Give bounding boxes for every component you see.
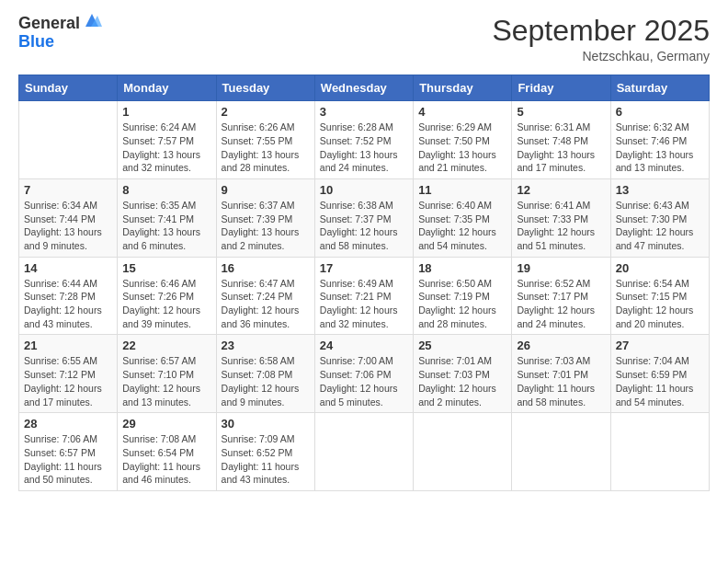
calendar-cell: 1Sunrise: 6:24 AMSunset: 7:57 PMDaylight…: [118, 101, 216, 179]
day-info: Sunrise: 6:57 AMSunset: 7:10 PMDaylight:…: [122, 354, 210, 408]
day-info: Sunrise: 6:47 AMSunset: 7:24 PMDaylight:…: [222, 277, 310, 331]
day-info: Sunrise: 6:29 AMSunset: 7:50 PMDaylight:…: [418, 121, 506, 175]
calendar-cell: 8Sunrise: 6:35 AMSunset: 7:41 PMDaylight…: [118, 178, 216, 257]
day-info: Sunrise: 6:24 AMSunset: 7:57 PMDaylight:…: [122, 121, 210, 175]
logo: General Blue: [18, 15, 102, 52]
calendar-cell: 5Sunrise: 6:31 AMSunset: 7:48 PMDaylight…: [512, 101, 610, 179]
logo-blue: Blue: [18, 33, 102, 52]
calendar-cell: 29Sunrise: 7:08 AMSunset: 6:54 PMDayligh…: [118, 413, 216, 491]
day-number: 29: [122, 417, 210, 431]
weekday-header: Wednesday: [314, 75, 413, 101]
calendar-cell: 11Sunrise: 6:40 AMSunset: 7:35 PMDayligh…: [414, 178, 512, 257]
day-info: Sunrise: 6:58 AMSunset: 7:08 PMDaylight:…: [222, 354, 310, 408]
calendar-cell: 3Sunrise: 6:28 AMSunset: 7:52 PMDaylight…: [314, 101, 413, 179]
calendar-cell: 13Sunrise: 6:43 AMSunset: 7:30 PMDayligh…: [610, 178, 709, 257]
calendar-cell: 7Sunrise: 6:34 AMSunset: 7:44 PMDaylight…: [19, 178, 118, 257]
day-number: 20: [616, 261, 704, 275]
calendar-cell: 25Sunrise: 7:01 AMSunset: 7:03 PMDayligh…: [414, 335, 512, 413]
day-info: Sunrise: 6:46 AMSunset: 7:26 PMDaylight:…: [122, 277, 210, 331]
calendar-cell: 9Sunrise: 6:37 AMSunset: 7:39 PMDaylight…: [216, 178, 314, 257]
day-number: 5: [517, 105, 605, 119]
calendar-cell: [512, 413, 610, 491]
month-title: September 2025: [492, 15, 710, 47]
weekday-header: Tuesday: [216, 75, 314, 101]
calendar-cell: 27Sunrise: 7:04 AMSunset: 6:59 PMDayligh…: [610, 335, 709, 413]
calendar-cell: 18Sunrise: 6:50 AMSunset: 7:19 PMDayligh…: [414, 257, 512, 335]
calendar-cell: 28Sunrise: 7:06 AMSunset: 6:57 PMDayligh…: [19, 413, 118, 491]
day-number: 6: [616, 105, 704, 119]
day-number: 12: [517, 183, 605, 197]
day-info: Sunrise: 7:00 AMSunset: 7:06 PMDaylight:…: [320, 354, 408, 408]
calendar-cell: [314, 413, 413, 491]
location-text: Netzschkau, Germany: [492, 49, 710, 63]
day-number: 13: [616, 183, 704, 197]
calendar-cell: 4Sunrise: 6:29 AMSunset: 7:50 PMDaylight…: [414, 101, 512, 179]
day-info: Sunrise: 6:31 AMSunset: 7:48 PMDaylight:…: [517, 121, 605, 175]
day-number: 11: [418, 183, 506, 197]
calendar-table: SundayMondayTuesdayWednesdayThursdayFrid…: [18, 75, 710, 491]
day-number: 19: [517, 261, 605, 275]
day-info: Sunrise: 6:43 AMSunset: 7:30 PMDaylight:…: [616, 199, 704, 253]
calendar-week-row: 7Sunrise: 6:34 AMSunset: 7:44 PMDaylight…: [19, 178, 710, 257]
day-number: 8: [122, 183, 210, 197]
day-info: Sunrise: 6:44 AMSunset: 7:28 PMDaylight:…: [24, 277, 112, 331]
day-info: Sunrise: 6:35 AMSunset: 7:41 PMDaylight:…: [122, 199, 210, 253]
day-number: 15: [122, 261, 210, 275]
calendar-cell: 17Sunrise: 6:49 AMSunset: 7:21 PMDayligh…: [314, 257, 413, 335]
calendar-cell: 24Sunrise: 7:00 AMSunset: 7:06 PMDayligh…: [314, 335, 413, 413]
day-info: Sunrise: 7:09 AMSunset: 6:52 PMDaylight:…: [222, 432, 310, 487]
calendar-cell: 21Sunrise: 6:55 AMSunset: 7:12 PMDayligh…: [19, 335, 118, 413]
day-number: 9: [222, 183, 310, 197]
day-info: Sunrise: 6:49 AMSunset: 7:21 PMDaylight:…: [320, 277, 408, 331]
day-number: 30: [222, 417, 310, 431]
day-info: Sunrise: 6:38 AMSunset: 7:37 PMDaylight:…: [320, 199, 408, 253]
calendar-cell: [19, 101, 118, 179]
calendar-cell: 22Sunrise: 6:57 AMSunset: 7:10 PMDayligh…: [118, 335, 216, 413]
logo-general: General: [18, 15, 80, 33]
calendar-cell: 15Sunrise: 6:46 AMSunset: 7:26 PMDayligh…: [118, 257, 216, 335]
day-number: 1: [122, 105, 210, 119]
day-info: Sunrise: 6:32 AMSunset: 7:46 PMDaylight:…: [616, 121, 704, 175]
calendar-cell: 23Sunrise: 6:58 AMSunset: 7:08 PMDayligh…: [216, 335, 314, 413]
page-header: General Blue September 2025 Netzschkau, …: [18, 15, 710, 63]
calendar-header-row: SundayMondayTuesdayWednesdayThursdayFrid…: [19, 75, 710, 101]
day-info: Sunrise: 6:37 AMSunset: 7:39 PMDaylight:…: [222, 199, 310, 253]
day-number: 16: [222, 261, 310, 275]
calendar-cell: 10Sunrise: 6:38 AMSunset: 7:37 PMDayligh…: [314, 178, 413, 257]
weekday-header: Friday: [512, 75, 610, 101]
title-block: September 2025 Netzschkau, Germany: [492, 15, 710, 63]
calendar-cell: 14Sunrise: 6:44 AMSunset: 7:28 PMDayligh…: [19, 257, 118, 335]
day-number: 17: [320, 261, 408, 275]
day-number: 7: [24, 183, 112, 197]
day-info: Sunrise: 6:55 AMSunset: 7:12 PMDaylight:…: [24, 354, 112, 408]
day-number: 25: [418, 339, 506, 352]
calendar-cell: 2Sunrise: 6:26 AMSunset: 7:55 PMDaylight…: [216, 101, 314, 179]
day-number: 18: [418, 261, 506, 275]
day-info: Sunrise: 7:01 AMSunset: 7:03 PMDaylight:…: [418, 354, 506, 408]
day-info: Sunrise: 6:34 AMSunset: 7:44 PMDaylight:…: [24, 199, 112, 253]
calendar-cell: 30Sunrise: 7:09 AMSunset: 6:52 PMDayligh…: [216, 413, 314, 491]
day-info: Sunrise: 6:50 AMSunset: 7:19 PMDaylight:…: [418, 277, 506, 331]
day-number: 2: [222, 105, 310, 119]
weekday-header: Monday: [118, 75, 216, 101]
day-info: Sunrise: 7:04 AMSunset: 6:59 PMDaylight:…: [616, 354, 704, 408]
day-info: Sunrise: 7:08 AMSunset: 6:54 PMDaylight:…: [122, 432, 210, 487]
calendar-cell: 16Sunrise: 6:47 AMSunset: 7:24 PMDayligh…: [216, 257, 314, 335]
day-info: Sunrise: 6:52 AMSunset: 7:17 PMDaylight:…: [517, 277, 605, 331]
logo-icon: [82, 10, 102, 30]
calendar-week-row: 21Sunrise: 6:55 AMSunset: 7:12 PMDayligh…: [19, 335, 710, 413]
calendar-cell: 26Sunrise: 7:03 AMSunset: 7:01 PMDayligh…: [512, 335, 610, 413]
calendar-week-row: 1Sunrise: 6:24 AMSunset: 7:57 PMDaylight…: [19, 101, 710, 179]
day-number: 23: [222, 339, 310, 352]
day-info: Sunrise: 6:26 AMSunset: 7:55 PMDaylight:…: [222, 121, 310, 175]
day-info: Sunrise: 6:40 AMSunset: 7:35 PMDaylight:…: [418, 199, 506, 253]
day-info: Sunrise: 7:03 AMSunset: 7:01 PMDaylight:…: [517, 354, 605, 408]
day-number: 14: [24, 261, 112, 275]
calendar-week-row: 14Sunrise: 6:44 AMSunset: 7:28 PMDayligh…: [19, 257, 710, 335]
day-number: 24: [320, 339, 408, 352]
calendar-cell: 19Sunrise: 6:52 AMSunset: 7:17 PMDayligh…: [512, 257, 610, 335]
calendar-cell: [414, 413, 512, 491]
day-info: Sunrise: 6:54 AMSunset: 7:15 PMDaylight:…: [616, 277, 704, 331]
calendar-week-row: 28Sunrise: 7:06 AMSunset: 6:57 PMDayligh…: [19, 413, 710, 491]
day-number: 3: [320, 105, 408, 119]
